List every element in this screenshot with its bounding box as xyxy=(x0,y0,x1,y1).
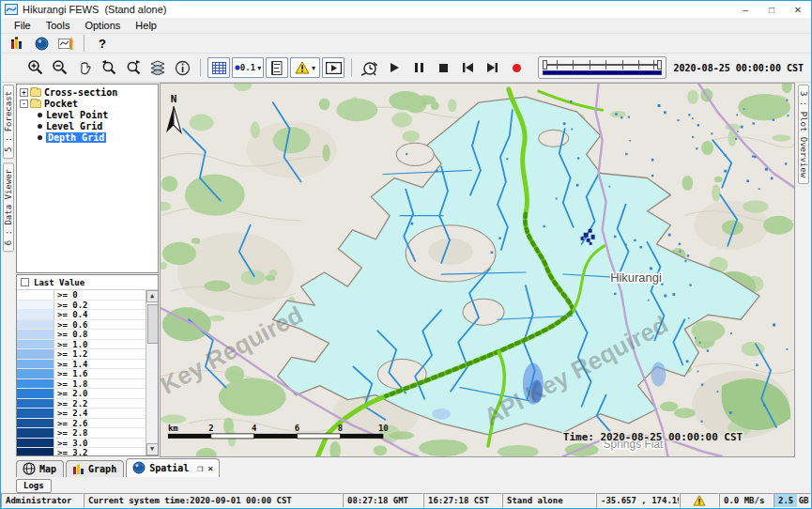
legend-row: >= 3.2 xyxy=(17,448,146,455)
zoom-previous-button[interactable] xyxy=(98,57,120,78)
legend-row: >= 3.0 xyxy=(17,439,146,449)
collapse-icon[interactable]: - xyxy=(20,100,28,108)
status-local-time: 16:27:18 CST xyxy=(423,493,502,508)
tab-forecast[interactable]: 5 : Forecast xyxy=(3,85,14,159)
legend-row: >= 2.6 xyxy=(17,419,146,429)
timeseries-dialog-button[interactable] xyxy=(54,33,77,54)
menu-item[interactable]: Options xyxy=(77,19,128,33)
svg-text:N: N xyxy=(171,93,177,105)
stop-button[interactable] xyxy=(432,57,454,78)
hand-icon xyxy=(76,59,93,76)
status-bar: Administrator Current system time:2020-0… xyxy=(1,493,811,508)
zoom-out-icon xyxy=(52,59,69,76)
pan-button[interactable] xyxy=(73,57,96,78)
tab-maximize-icon[interactable]: ❐ xyxy=(197,463,203,473)
timer-clock-icon xyxy=(361,59,378,76)
legend-row: >= 0 xyxy=(17,290,146,301)
scroll-up-icon[interactable]: ▲ xyxy=(146,290,159,302)
wire-globe-icon xyxy=(23,462,36,475)
close-button[interactable]: ✕ xyxy=(785,1,811,18)
grid-display-button[interactable] xyxy=(207,57,230,78)
legend-row: >= 1.2 xyxy=(17,349,146,360)
spatial-map[interactable]: API Key Required API Key Required Hikura… xyxy=(160,83,795,457)
pause-button[interactable] xyxy=(407,57,430,78)
record-button[interactable] xyxy=(505,57,528,78)
time-slider-end-handle[interactable] xyxy=(657,60,662,69)
status-warning[interactable] xyxy=(680,493,719,508)
minimize-button[interactable]: – xyxy=(732,1,758,18)
step-forward-button[interactable] xyxy=(481,57,503,78)
explorer-button[interactable] xyxy=(6,33,28,54)
time-slider[interactable] xyxy=(538,56,666,79)
data-viewer-panel: + Cross-section - Pocket Level Point Lev… xyxy=(16,83,160,457)
tree-node-cross-section[interactable]: + Cross-section xyxy=(19,86,158,98)
tab-data-viewer[interactable]: 6 : Data Viewer xyxy=(3,162,14,252)
menu-item[interactable]: File xyxy=(7,19,38,33)
legend-row: >= 1.0 xyxy=(17,340,146,350)
scrollbar-thumb[interactable] xyxy=(146,302,159,443)
skip-start-icon xyxy=(462,62,474,73)
time-slider-start-handle[interactable] xyxy=(543,60,547,69)
bar-chart-icon xyxy=(72,463,84,475)
menu-item[interactable]: Help xyxy=(128,19,164,33)
menu-item[interactable]: Tools xyxy=(38,19,78,33)
app-logo-icon xyxy=(5,4,18,15)
animation-button[interactable] xyxy=(322,57,345,78)
warning-icon xyxy=(295,61,310,74)
tree-leaf-level-grid[interactable]: Level Grid xyxy=(19,120,158,131)
tree-node-pocket[interactable]: - Pocket xyxy=(19,98,158,109)
time-slider-range-bar[interactable] xyxy=(543,70,662,75)
expand-icon[interactable]: + xyxy=(20,88,28,97)
zoom-next-button[interactable] xyxy=(122,57,145,78)
bottom-tab-bar: Map Graph Spatial ❐ ✕ xyxy=(1,457,811,477)
toolbar-separator xyxy=(200,59,201,76)
last-value-checkbox[interactable] xyxy=(21,278,29,286)
play-button[interactable] xyxy=(383,57,406,78)
legend-swatch xyxy=(17,369,54,378)
svg-text:km: km xyxy=(168,424,178,433)
zoom-in-button[interactable] xyxy=(24,57,47,78)
right-dock-strip: 3 : Plot Overview xyxy=(795,83,811,457)
info-button[interactable] xyxy=(171,57,193,78)
help-button[interactable]: ? xyxy=(91,33,114,54)
map-display-button[interactable] xyxy=(30,33,53,54)
stop-icon xyxy=(438,63,449,73)
folder-icon xyxy=(30,100,41,108)
legend-ruler-icon xyxy=(271,61,283,75)
legend-title: Last Value xyxy=(34,278,84,287)
chevron-down-icon: ▾ xyxy=(257,64,261,72)
legend-swatch xyxy=(17,379,54,389)
record-icon xyxy=(512,63,522,73)
bar-chart-icon xyxy=(9,37,24,50)
thresholds-dropdown[interactable]: ▾ xyxy=(290,57,320,78)
step-back-button[interactable] xyxy=(456,57,479,78)
legend-swatch xyxy=(17,448,54,455)
layers-button[interactable] xyxy=(146,57,169,78)
map-time-label: Time: 2020-08-25 00:00:00 CST xyxy=(563,431,743,443)
toolbar-separator xyxy=(351,59,352,76)
legend-row: >= 2.8 xyxy=(17,428,146,439)
tab-close-icon[interactable]: ✕ xyxy=(207,463,213,473)
legend-scrollbar[interactable]: ▲ ▼ xyxy=(146,290,158,455)
tab-spatial[interactable]: Spatial ❐ ✕ xyxy=(126,458,220,477)
legend-swatch xyxy=(17,310,54,319)
tree-leaf-level-point[interactable]: Level Point xyxy=(19,109,158,120)
zoom-previous-icon xyxy=(100,59,117,76)
svg-text:4: 4 xyxy=(252,424,257,433)
scroll-down-icon[interactable]: ▼ xyxy=(146,443,159,455)
folder-icon xyxy=(30,88,41,97)
logs-button[interactable]: Logs xyxy=(16,479,52,493)
point-size-dropdown[interactable]: 0.1 ▾ xyxy=(232,57,264,78)
map-legend-button[interactable] xyxy=(266,57,288,78)
zoom-out-button[interactable] xyxy=(49,57,71,78)
menu-bar: FileToolsOptionsHelp xyxy=(1,18,811,34)
animation-settings-button[interactable] xyxy=(359,57,381,78)
tab-map[interactable]: Map xyxy=(16,460,64,477)
maximize-button[interactable]: □ xyxy=(758,1,785,18)
tab-graph[interactable]: Graph xyxy=(66,460,124,477)
legend-panel: Last Value >= 0 >= 0.2 xyxy=(16,274,159,456)
chevron-down-icon: ▾ xyxy=(312,64,315,72)
tree-leaf-depth-grid[interactable]: Depth Grid xyxy=(19,131,158,143)
legend-swatch xyxy=(17,389,54,398)
tab-plot-overview[interactable]: 3 : Plot Overview xyxy=(798,85,809,184)
